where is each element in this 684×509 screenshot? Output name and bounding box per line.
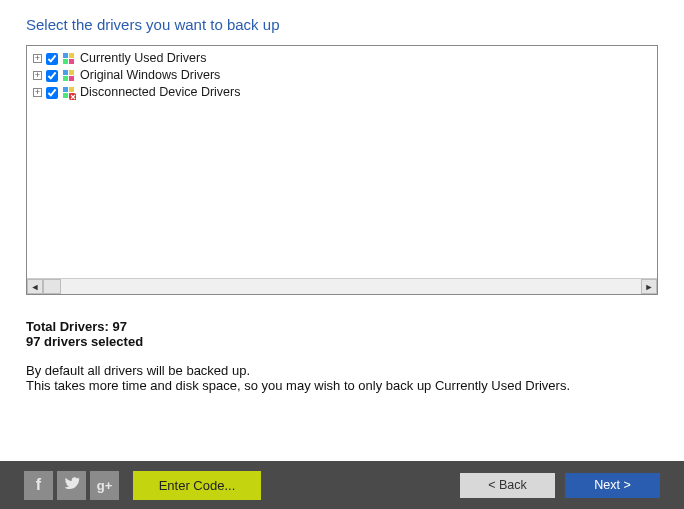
svg-rect-3 [69, 59, 74, 64]
scroll-thumb[interactable] [43, 279, 61, 294]
svg-rect-2 [63, 59, 68, 64]
expand-icon[interactable]: + [33, 71, 42, 80]
googleplus-button[interactable]: g+ [90, 471, 119, 500]
svg-rect-9 [69, 87, 74, 92]
svg-rect-5 [69, 70, 74, 75]
summary-block: Total Drivers: 97 97 drivers selected By… [26, 319, 660, 393]
page-title: Select the drivers you want to back up [26, 16, 660, 33]
tree-item-currently-used[interactable]: + Currently Used Drivers [33, 50, 651, 67]
twitter-icon [64, 475, 80, 495]
puzzle-x-icon [62, 86, 76, 100]
twitter-button[interactable] [57, 471, 86, 500]
checkbox-original-windows[interactable] [46, 70, 58, 82]
total-drivers-label: Total Drivers: 97 [26, 319, 660, 334]
tree-item-label: Original Windows Drivers [80, 67, 220, 84]
horizontal-scrollbar[interactable]: ◄ ► [27, 278, 657, 294]
driver-tree: + Currently Used Drivers + Original Wind… [27, 46, 657, 280]
enter-code-button[interactable]: Enter Code... [133, 471, 261, 500]
driver-tree-panel: + Currently Used Drivers + Original Wind… [26, 45, 658, 295]
selected-drivers-label: 97 drivers selected [26, 334, 660, 349]
back-button[interactable]: < Back [460, 473, 555, 498]
expand-icon[interactable]: + [33, 88, 42, 97]
footer-bar: f g+ Enter Code... < Back Next > [0, 461, 684, 509]
puzzle-icon [62, 69, 76, 83]
facebook-icon: f [36, 476, 41, 494]
svg-rect-1 [69, 53, 74, 58]
svg-rect-10 [63, 93, 68, 98]
next-button[interactable]: Next > [565, 473, 660, 498]
svg-rect-7 [69, 76, 74, 81]
svg-rect-8 [63, 87, 68, 92]
svg-rect-0 [63, 53, 68, 58]
scroll-right-icon[interactable]: ► [641, 279, 657, 294]
facebook-button[interactable]: f [24, 471, 53, 500]
googleplus-icon: g+ [97, 478, 113, 493]
info-text-2: This takes more time and disk space, so … [26, 378, 660, 393]
tree-item-label: Currently Used Drivers [80, 50, 206, 67]
expand-icon[interactable]: + [33, 54, 42, 63]
main-content: Select the drivers you want to back up +… [0, 0, 684, 461]
puzzle-icon [62, 52, 76, 66]
checkbox-currently-used[interactable] [46, 53, 58, 65]
tree-item-disconnected[interactable]: + Disconnected Device Drivers [33, 84, 651, 101]
svg-rect-4 [63, 70, 68, 75]
tree-item-label: Disconnected Device Drivers [80, 84, 240, 101]
info-text-1: By default all drivers will be backed up… [26, 363, 660, 378]
checkbox-disconnected[interactable] [46, 87, 58, 99]
scroll-left-icon[interactable]: ◄ [27, 279, 43, 294]
tree-item-original-windows[interactable]: + Original Windows Drivers [33, 67, 651, 84]
svg-rect-6 [63, 76, 68, 81]
